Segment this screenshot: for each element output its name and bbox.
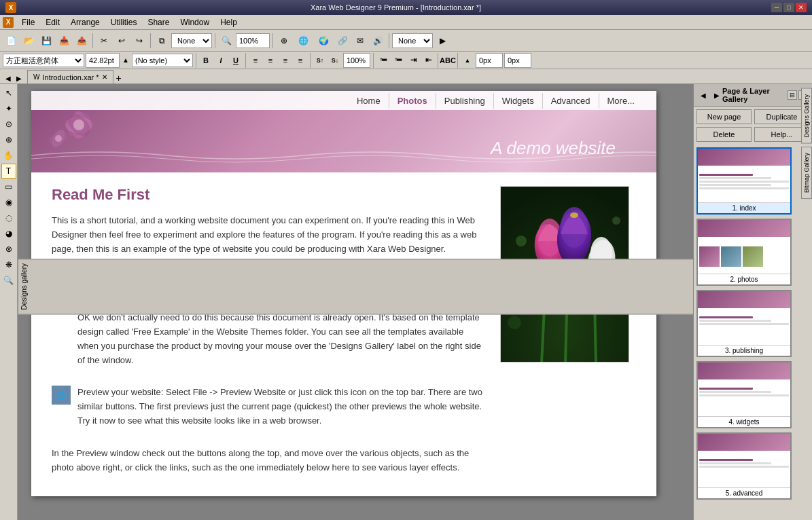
- zoom-input[interactable]: 100%: [236, 33, 270, 48]
- search-tool[interactable]: 🔍: [1, 273, 16, 288]
- link-button[interactable]: 🔗: [334, 33, 351, 49]
- blend-tool[interactable]: ⊗: [1, 242, 16, 257]
- maximize-button[interactable]: □: [783, 3, 794, 12]
- nav-photos[interactable]: Photos: [389, 93, 436, 109]
- fmt-sep-4: [373, 53, 374, 68]
- arrange-button[interactable]: ⧉: [154, 33, 170, 49]
- feather-tool[interactable]: ❋: [1, 257, 16, 272]
- font-select[interactable]: 方正粗活意简体: [3, 54, 84, 67]
- tab-nav-right[interactable]: ▶: [14, 73, 24, 83]
- close-button[interactable]: ✕: [796, 3, 807, 12]
- line-height-input[interactable]: [343, 53, 370, 68]
- bold-button[interactable]: B: [199, 54, 213, 67]
- blend-select[interactable]: None: [171, 33, 212, 48]
- new-page-button[interactable]: New page: [696, 109, 752, 124]
- add-tab-button[interactable]: +: [113, 73, 124, 83]
- menu-arrange[interactable]: Arrange: [65, 16, 105, 29]
- zoom-out-button[interactable]: 🔍: [218, 33, 234, 49]
- page-thumb-3[interactable]: ▶ 3. publishing: [696, 290, 792, 357]
- tab-close-button[interactable]: ✕: [102, 73, 107, 81]
- menu-utilities[interactable]: Utilities: [105, 16, 143, 29]
- fill-tool[interactable]: ◉: [1, 195, 16, 210]
- font-size-input[interactable]: [86, 53, 120, 68]
- save-button[interactable]: 💾: [38, 33, 54, 49]
- superscript-button[interactable]: S↑: [313, 54, 327, 67]
- undo-button[interactable]: ↩: [113, 33, 130, 49]
- cut-button[interactable]: ✂: [96, 33, 112, 49]
- menu-help[interactable]: Help: [215, 16, 243, 29]
- menu-window[interactable]: Window: [175, 16, 215, 29]
- transparency-tool[interactable]: ◌: [1, 210, 16, 225]
- menu-share[interactable]: Share: [142, 16, 175, 29]
- push-tool[interactable]: ✋: [1, 148, 16, 163]
- indent-button[interactable]: ⇥: [406, 54, 420, 67]
- align-center-button[interactable]: ≡: [264, 54, 277, 67]
- tab-nav-left[interactable]: ◀: [3, 73, 14, 83]
- tab-introduction[interactable]: W Introduction.xar * ✕: [27, 70, 113, 83]
- page-nav-button[interactable]: ▶: [434, 33, 451, 49]
- delete-button[interactable]: Delete: [696, 127, 752, 142]
- mini-line-4-2: [699, 394, 789, 396]
- shadow-tool[interactable]: ◕: [1, 226, 16, 241]
- page-thumb-1[interactable]: ▶ 1. index: [696, 147, 792, 215]
- toolbar-sep-5: [389, 33, 389, 48]
- page-thumbnail-5: [698, 434, 790, 488]
- titlebar: X Xara Web Designer 9 Premium - [Introdu…: [0, 0, 812, 15]
- align-right-button[interactable]: ≡: [279, 54, 292, 67]
- preview-page-button[interactable]: 🌐: [294, 33, 313, 49]
- align-left-button[interactable]: ≡: [249, 54, 262, 67]
- page-thumb-5[interactable]: ▶ 5. advanced: [696, 432, 792, 500]
- panel-title: Page & Layer Gallery: [722, 87, 788, 103]
- toolbox: ↖ ✦ ⊙ ⊕ ✋ T ▭ ◉ ◌ ◕ ⊗ ❋ 🔍: [0, 84, 18, 520]
- designs-gallery-vtab[interactable]: Designs Gallery: [801, 88, 812, 144]
- nav-advanced[interactable]: Advanced: [543, 93, 599, 109]
- page-select[interactable]: None: [392, 33, 433, 48]
- kern-input-1[interactable]: [476, 53, 503, 68]
- underline-button[interactable]: U: [229, 54, 243, 67]
- panel-nav-right[interactable]: ▶: [711, 90, 722, 100]
- zoom-tool[interactable]: ⊕: [1, 132, 16, 147]
- menu-file[interactable]: File: [16, 16, 40, 29]
- designs-gallery-tab[interactable]: Designs gallery: [18, 259, 693, 314]
- export-button[interactable]: 📤: [73, 33, 90, 49]
- kern-up-button[interactable]: ▲: [461, 54, 474, 67]
- menu-edit[interactable]: Edit: [40, 16, 65, 29]
- mail-button[interactable]: ✉: [352, 33, 368, 49]
- spellcheck-button[interactable]: ABC: [441, 54, 455, 67]
- kern-input-2[interactable]: [504, 53, 531, 68]
- import-button[interactable]: 📥: [56, 33, 72, 49]
- redo-button[interactable]: ↪: [131, 33, 147, 49]
- open-button[interactable]: 📂: [20, 33, 37, 49]
- contour-tool[interactable]: ⊙: [1, 117, 16, 132]
- shape-tool[interactable]: ▭: [1, 179, 16, 194]
- nav-widgets[interactable]: Widgets: [494, 93, 543, 109]
- nav-more[interactable]: More...: [599, 93, 643, 109]
- font-size-up[interactable]: ▲: [121, 52, 130, 69]
- align-justify-button[interactable]: ≡: [294, 54, 307, 67]
- nav-publishing[interactable]: Publishing: [436, 93, 494, 109]
- select-tool[interactable]: ↖: [1, 86, 16, 100]
- bitmap-gallery-vtab[interactable]: Bitmap Gallery: [801, 147, 812, 199]
- snap-button[interactable]: ⊕: [276, 33, 292, 49]
- page-thumb-2[interactable]: ▶ 2. photos: [696, 219, 792, 286]
- node-tool[interactable]: ✦: [1, 101, 16, 116]
- preview-site-button[interactable]: 🌍: [314, 33, 333, 49]
- audio-button[interactable]: 🔊: [370, 33, 386, 49]
- site-header: Home Photos Publishing Widgets Advanced …: [31, 91, 656, 172]
- page-label-5: 5. advanced: [698, 488, 790, 498]
- outdent-button[interactable]: ⇤: [421, 54, 435, 67]
- canvas-area[interactable]: Home Photos Publishing Widgets Advanced …: [18, 84, 693, 520]
- italic-button[interactable]: I: [214, 54, 228, 67]
- new-button[interactable]: 📄: [3, 33, 19, 49]
- minimize-button[interactable]: ─: [771, 3, 782, 12]
- text-tool[interactable]: T: [1, 164, 16, 179]
- subscript-button[interactable]: S↓: [328, 54, 342, 67]
- panel-nav-left[interactable]: ◀: [698, 90, 709, 100]
- page-thumb-4[interactable]: ▶ 4. widgets: [696, 361, 792, 428]
- page-label-1: 1. index: [698, 203, 790, 213]
- panel-detach-button[interactable]: ⊟: [788, 90, 797, 100]
- style-select[interactable]: (No style): [132, 54, 193, 67]
- nav-home[interactable]: Home: [349, 93, 389, 109]
- bullet-list-button[interactable]: ≔: [376, 54, 390, 67]
- numbered-list-button[interactable]: ≔: [391, 54, 405, 67]
